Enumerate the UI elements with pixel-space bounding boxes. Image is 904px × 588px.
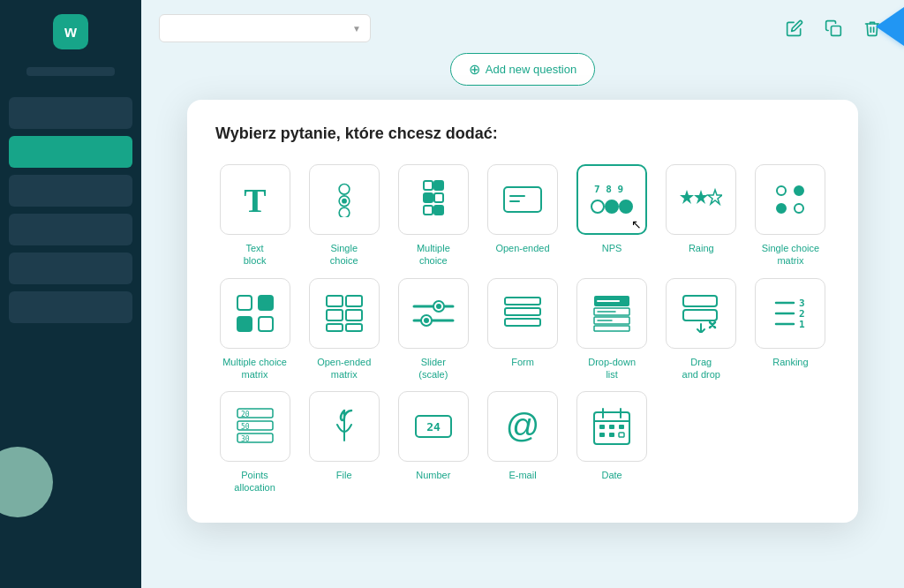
- dropdown-list-label: Drop-downlist: [588, 356, 636, 381]
- svg-point-41: [424, 318, 429, 323]
- header-right-icons: [780, 14, 886, 42]
- svg-rect-35: [346, 324, 362, 331]
- question-type-open-ended[interactable]: Open-ended: [483, 164, 561, 268]
- edit-button[interactable]: [780, 14, 809, 42]
- svg-point-23: [795, 186, 803, 195]
- svg-point-25: [795, 204, 803, 213]
- raing-icon-box: [666, 164, 736, 235]
- question-type-dropdown-list[interactable]: Drop-downlist: [573, 278, 652, 381]
- question-type-single-choice-matrix[interactable]: Single choicematrix: [751, 164, 830, 268]
- sidebar-item-1[interactable]: [9, 97, 132, 129]
- multiple-choice-label: Multiplechoice: [417, 242, 450, 268]
- svg-rect-75: [609, 425, 614, 429]
- svg-marker-19: [680, 190, 694, 204]
- question-type-multiple-choice-matrix[interactable]: Multiple choicematrix: [215, 278, 294, 381]
- file-label: File: [336, 469, 352, 481]
- open-ended-matrix-label: Open-endedmatrix: [317, 356, 371, 381]
- sidebar-logo[interactable]: w: [53, 14, 88, 49]
- question-type-text-block[interactable]: T Textblock: [215, 164, 294, 268]
- main-content: ▼: [141, 0, 904, 588]
- svg-rect-27: [259, 296, 273, 310]
- question-type-open-ended-matrix[interactable]: Open-endedmatrix: [305, 278, 383, 381]
- svg-point-16: [591, 200, 604, 213]
- question-type-single-choice[interactable]: Singlechoice: [305, 164, 383, 268]
- svg-point-22: [777, 186, 786, 195]
- single-choice-matrix-label: Single choicematrix: [762, 242, 819, 268]
- question-type-drag-and-drop[interactable]: Dragand drop: [662, 278, 741, 381]
- svg-rect-52: [683, 296, 717, 306]
- ranking-label: Ranking: [772, 356, 808, 368]
- logo-text: w: [64, 23, 77, 41]
- drag-drop-icon-box: [666, 278, 736, 349]
- sidebar-item-6[interactable]: [9, 291, 132, 323]
- single-choice-matrix-icon-box: [755, 164, 825, 235]
- svg-text:7 8 9: 7 8 9: [594, 184, 623, 195]
- sidebar-item-3[interactable]: [9, 175, 132, 207]
- sidebar-decoration: [0, 447, 53, 517]
- question-type-ranking[interactable]: 3 2 1 Ranking: [751, 278, 830, 381]
- svg-point-2: [339, 185, 350, 195]
- single-choice-icon-box: [309, 164, 380, 235]
- svg-point-24: [777, 204, 786, 213]
- question-type-email[interactable]: @ E-mail: [483, 391, 561, 494]
- points-allocation-label: Pointsallocation: [234, 469, 275, 494]
- form-icon-box: [487, 278, 558, 349]
- svg-point-18: [620, 200, 632, 213]
- svg-point-4: [342, 199, 347, 204]
- svg-rect-32: [327, 310, 343, 320]
- header-row: ▼: [159, 14, 886, 42]
- question-type-points-allocation[interactable]: 20 50 30 Pointsallocation: [215, 391, 294, 494]
- svg-rect-28: [237, 317, 252, 331]
- svg-text:20: 20: [241, 411, 250, 418]
- svg-point-17: [606, 200, 618, 213]
- svg-rect-12: [504, 187, 541, 212]
- add-question-button[interactable]: ⊕ Add new question: [450, 53, 595, 86]
- open-ended-matrix-icon-box: [309, 278, 380, 349]
- svg-rect-6: [424, 181, 433, 190]
- file-icon-box: [309, 391, 380, 462]
- number-label: Number: [416, 469, 450, 481]
- sidebar-item-2[interactable]: [9, 136, 132, 168]
- svg-rect-7: [434, 181, 443, 190]
- svg-rect-31: [346, 296, 362, 306]
- svg-rect-53: [683, 310, 717, 320]
- duplicate-button[interactable]: [819, 14, 848, 42]
- svg-text:1: 1: [799, 319, 805, 330]
- date-label: Date: [602, 469, 622, 481]
- question-type-file[interactable]: File: [305, 391, 383, 494]
- svg-rect-9: [434, 193, 443, 202]
- multiple-choice-matrix-icon-box: [220, 278, 290, 349]
- ranking-icon-box: 3 2 1: [755, 278, 825, 349]
- open-ended-icon-box: [487, 164, 558, 235]
- modal-card: Wybierz pytanie, które chcesz dodać: T T…: [187, 100, 858, 523]
- chevron-down-icon: ▼: [352, 24, 361, 34]
- drag-drop-label: Dragand drop: [682, 356, 720, 381]
- email-icon-box: @: [487, 391, 558, 462]
- svg-rect-42: [505, 298, 540, 305]
- question-type-date[interactable]: Date: [573, 391, 652, 494]
- sidebar: w: [0, 0, 141, 588]
- email-label: E-mail: [508, 469, 536, 481]
- blue-arrow-decoration: [876, 7, 904, 46]
- question-type-form[interactable]: Form: [483, 278, 561, 381]
- modal-title: Wybierz pytanie, które chcesz dodać:: [215, 124, 830, 143]
- form-label: Form: [511, 356, 534, 368]
- svg-rect-43: [505, 308, 540, 315]
- svg-rect-74: [599, 425, 605, 429]
- raing-label: Raing: [689, 242, 714, 254]
- text-block-icon-box: T: [220, 164, 290, 235]
- svg-marker-20: [694, 190, 708, 204]
- question-type-multiple-choice[interactable]: Multiplechoice: [394, 164, 472, 268]
- svg-text:50: 50: [241, 423, 250, 431]
- svg-rect-34: [327, 324, 343, 331]
- question-type-slider[interactable]: Slider(scale): [394, 278, 472, 381]
- question-type-raing[interactable]: Raing: [662, 164, 741, 268]
- header-dropdown[interactable]: ▼: [159, 14, 371, 42]
- sidebar-item-5[interactable]: [9, 253, 132, 284]
- question-type-number[interactable]: 24 Number: [394, 391, 472, 494]
- svg-rect-77: [599, 433, 605, 437]
- question-type-nps[interactable]: 7 8 9 ↖ NPS: [573, 164, 652, 268]
- date-icon-box: [576, 391, 647, 462]
- sidebar-item-4[interactable]: [9, 214, 132, 245]
- nps-label: NPS: [602, 242, 622, 254]
